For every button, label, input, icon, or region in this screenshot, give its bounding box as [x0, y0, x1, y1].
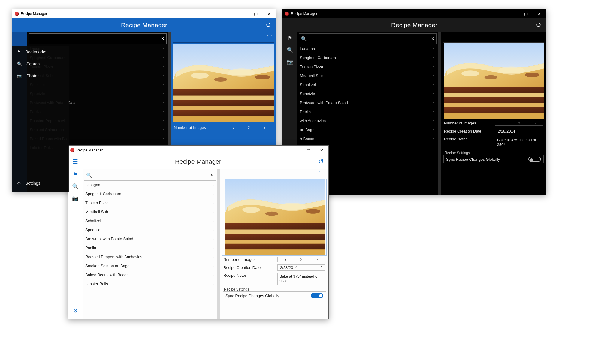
minimize-button[interactable]: —: [506, 9, 519, 18]
recipe-item[interactable]: Meatball Sub›: [297, 71, 438, 80]
minimize-button[interactable]: —: [235, 9, 249, 18]
recipe-item[interactable]: Paella›: [297, 107, 438, 116]
creation-date-picker[interactable]: 2/28/2014 ˅: [277, 264, 325, 271]
recipe-item[interactable]: Baked Beans with Bacon›: [83, 270, 217, 279]
maximize-button[interactable]: ▢: [249, 9, 262, 18]
recipe-image: [173, 42, 274, 124]
chevron-right-icon[interactable]: ›: [309, 257, 325, 262]
recipe-item[interactable]: Meatball Sub›: [83, 207, 217, 216]
nav-bookmarks[interactable]: ⚑ Bookmarks: [12, 46, 69, 58]
recipe-item[interactable]: Schnitzel›: [83, 216, 217, 225]
recipe-item[interactable]: Lasagna›: [297, 44, 438, 53]
app-title: Recipe Manager: [291, 12, 317, 16]
close-button[interactable]: ✕: [315, 146, 328, 155]
chevron-right-icon[interactable]: ›: [527, 121, 543, 125]
nav-photos[interactable]: 📷: [68, 192, 83, 204]
recipe-item[interactable]: Tuscan Pizza›: [297, 62, 438, 71]
flag-icon: ⚑: [73, 171, 78, 178]
nav-photos[interactable]: 📷: [282, 56, 297, 68]
camera-icon: 📷: [17, 73, 22, 78]
refresh-button[interactable]: ↺: [313, 155, 328, 169]
search-input[interactable]: 🔍 ✕: [299, 33, 437, 44]
app-icon: [70, 148, 74, 152]
search-input[interactable]: 🔍 ✕: [84, 170, 216, 181]
nav-search[interactable]: 🔍: [282, 44, 297, 56]
recipe-item[interactable]: Spaetzle›: [83, 225, 217, 234]
num-images-stepper[interactable]: ‹ 2 ›: [225, 125, 273, 130]
recipe-image: [222, 179, 327, 256]
recipe-item[interactable]: Bratwurst with Potato Salad›: [297, 98, 438, 107]
camera-icon: 📷: [287, 59, 293, 65]
hamburger-button[interactable]: ☰: [12, 18, 27, 32]
num-images-label: Number of Images: [444, 121, 495, 125]
chevron-left-icon[interactable]: ‹: [495, 121, 511, 125]
scrollbar[interactable]: [438, 32, 441, 195]
nav-search[interactable]: 🔍 Search: [12, 58, 69, 70]
creation-date-label: Recipe Creation Date: [223, 265, 277, 270]
num-images-label: Number of Images: [174, 125, 225, 130]
clear-icon[interactable]: ✕: [161, 36, 165, 41]
recipe-item[interactable]: on Bagel›: [297, 125, 438, 134]
sync-toggle[interactable]: [528, 157, 541, 162]
gear-icon: ⚙: [17, 181, 21, 186]
num-images-stepper[interactable]: ‹ 2 ›: [277, 257, 325, 262]
minimize-button[interactable]: —: [288, 146, 301, 155]
recipe-item[interactable]: with Anchovies›: [297, 116, 438, 125]
creation-date-picker[interactable]: 2/28/2014 ˅: [495, 128, 543, 134]
recipe-item[interactable]: Spaghetti Carbonara›: [83, 189, 217, 198]
flag-icon: ⚑: [17, 49, 21, 54]
scrollbar[interactable]: [217, 169, 220, 319]
nav-photos[interactable]: 📷 Photos: [12, 70, 69, 82]
clear-icon[interactable]: ✕: [210, 173, 214, 178]
next-record-button[interactable]: ˅: [271, 34, 273, 39]
recipe-item[interactable]: h Bacon›: [297, 134, 438, 143]
settings-group-label: Recipe Settings: [443, 151, 471, 155]
notes-textarea[interactable]: Bake at 375° instead of 350°: [277, 273, 325, 285]
maximize-button[interactable]: ▢: [301, 146, 315, 155]
recipe-item[interactable]: Tuscan Pizza›: [83, 198, 217, 207]
clear-icon[interactable]: ✕: [431, 36, 435, 41]
num-images-stepper[interactable]: ‹ 2 ›: [495, 121, 543, 126]
refresh-button[interactable]: ↺: [531, 18, 546, 32]
close-button[interactable]: ✕: [533, 9, 546, 18]
recipe-item[interactable]: Paella›: [83, 243, 217, 252]
recipe-item[interactable]: Smoked Salmon on Bagel›: [83, 261, 217, 270]
recipe-item[interactable]: Spaetzle›: [297, 89, 438, 98]
notes-textarea[interactable]: Bake at 375° instead of 350°: [495, 137, 543, 148]
next-record-button[interactable]: ˅: [541, 34, 543, 39]
chevron-left-icon[interactable]: ‹: [278, 257, 294, 262]
recipe-item[interactable]: Lobster Rolls›: [83, 279, 217, 288]
creation-date-label: Recipe Creation Date: [444, 129, 495, 133]
titlebar: Recipe Manager — ▢ ✕: [12, 9, 276, 18]
maximize-button[interactable]: ▢: [519, 9, 533, 18]
close-button[interactable]: ✕: [262, 9, 276, 18]
nav-search[interactable]: 🔍: [68, 181, 83, 192]
sync-label: Sync Recipe Changes Globally: [225, 294, 279, 298]
recipe-item[interactable]: Schnitzel›: [297, 80, 438, 89]
chevron-down-icon: ˅: [538, 129, 540, 133]
recipe-item[interactable]: Roasted Peppers with Anchovies›: [83, 252, 217, 261]
app-icon: [15, 12, 19, 16]
recipe-item[interactable]: Spaghetti Carbonara›: [297, 53, 438, 62]
recipe-list: Lasagna› Spaghetti Carbonara› Tuscan Piz…: [83, 181, 217, 319]
search-input[interactable]: ✕: [29, 33, 167, 44]
nav-bookmarks[interactable]: ⚑: [282, 32, 297, 44]
prev-record-button[interactable]: ˄: [536, 34, 539, 39]
next-record-button[interactable]: ˅: [323, 171, 325, 175]
chevron-right-icon[interactable]: ›: [257, 125, 273, 130]
prev-record-button[interactable]: ˄: [266, 34, 268, 39]
prev-record-button[interactable]: ˄: [319, 171, 321, 175]
nav-bookmarks[interactable]: ⚑: [68, 169, 83, 181]
refresh-button[interactable]: ↺: [261, 18, 276, 32]
nav-settings[interactable]: ⚙: [68, 305, 83, 317]
recipe-item[interactable]: Bratwurst with Potato Salad›: [83, 234, 217, 243]
chevron-left-icon[interactable]: ‹: [225, 125, 241, 130]
hamburger-button[interactable]: ☰: [68, 155, 83, 169]
hamburger-button[interactable]: ☰: [282, 18, 297, 32]
app-icon: [285, 12, 289, 16]
recipe-item[interactable]: Lasagna›: [83, 181, 217, 189]
chevron-right-icon: ›: [163, 46, 164, 51]
nav-settings[interactable]: ⚙ Settings: [12, 177, 69, 189]
sync-toggle[interactable]: [311, 293, 323, 298]
settings-group-label: Recipe Settings: [223, 287, 250, 291]
